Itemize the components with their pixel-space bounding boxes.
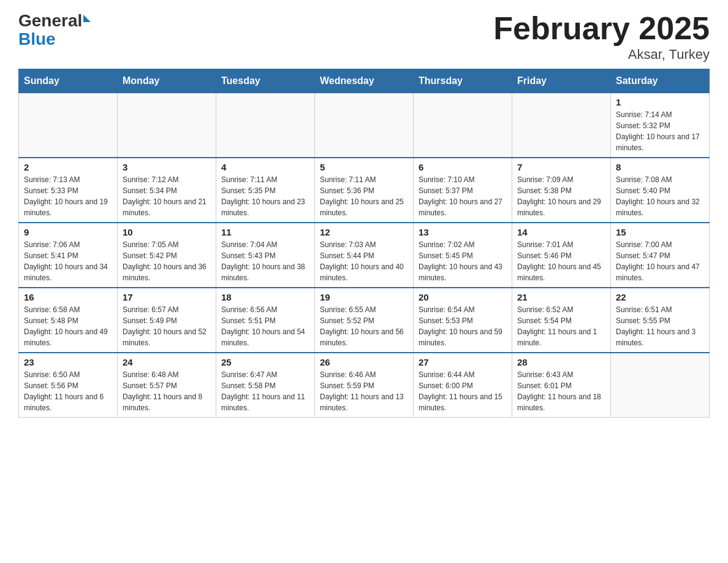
day-info: Sunrise: 7:11 AM Sunset: 5:36 PM Dayligh…: [320, 174, 408, 218]
weekday-header-friday: Friday: [512, 69, 611, 93]
day-info: Sunrise: 6:52 AM Sunset: 5:54 PM Dayligh…: [517, 304, 605, 348]
calendar-cell: 9Sunrise: 7:06 AM Sunset: 5:41 PM Daylig…: [19, 223, 118, 288]
calendar-cell: 27Sunrise: 6:44 AM Sunset: 6:00 PM Dayli…: [414, 353, 512, 418]
day-info: Sunrise: 6:43 AM Sunset: 6:01 PM Dayligh…: [517, 369, 605, 413]
day-info: Sunrise: 7:01 AM Sunset: 5:46 PM Dayligh…: [517, 239, 605, 283]
calendar-cell: 10Sunrise: 7:05 AM Sunset: 5:42 PM Dayli…: [118, 223, 216, 288]
day-number: 14: [517, 227, 605, 237]
calendar-cell: [611, 353, 710, 418]
calendar-cell: 4Sunrise: 7:11 AM Sunset: 5:35 PM Daylig…: [216, 158, 315, 223]
day-number: 28: [517, 357, 605, 367]
day-info: Sunrise: 7:00 AM Sunset: 5:47 PM Dayligh…: [616, 239, 704, 283]
day-info: Sunrise: 7:09 AM Sunset: 5:38 PM Dayligh…: [517, 174, 605, 218]
calendar-table: SundayMondayTuesdayWednesdayThursdayFrid…: [18, 69, 710, 418]
location-label: Aksar, Turkey: [493, 47, 710, 63]
day-info: Sunrise: 7:13 AM Sunset: 5:33 PM Dayligh…: [24, 174, 112, 218]
day-number: 24: [123, 357, 211, 367]
calendar-cell: 25Sunrise: 6:47 AM Sunset: 5:58 PM Dayli…: [216, 353, 315, 418]
weekday-header-thursday: Thursday: [414, 69, 512, 93]
day-info: Sunrise: 6:56 AM Sunset: 5:51 PM Dayligh…: [221, 304, 309, 348]
calendar-cell: 20Sunrise: 6:54 AM Sunset: 5:53 PM Dayli…: [414, 288, 512, 353]
day-number: 13: [419, 227, 507, 237]
calendar-cell: 3Sunrise: 7:12 AM Sunset: 5:34 PM Daylig…: [118, 158, 216, 223]
calendar-cell: 11Sunrise: 7:04 AM Sunset: 5:43 PM Dayli…: [216, 223, 315, 288]
logo-general-text: General: [18, 12, 82, 29]
calendar-cell: [118, 93, 216, 158]
day-info: Sunrise: 7:10 AM Sunset: 5:37 PM Dayligh…: [419, 174, 507, 218]
month-title: February 2025: [493, 12, 710, 44]
day-number: 18: [221, 292, 309, 302]
day-number: 26: [320, 357, 408, 367]
day-number: 2: [24, 162, 112, 172]
day-info: Sunrise: 6:55 AM Sunset: 5:52 PM Dayligh…: [320, 304, 408, 348]
day-info: Sunrise: 6:54 AM Sunset: 5:53 PM Dayligh…: [419, 304, 507, 348]
calendar-week-row: 2Sunrise: 7:13 AM Sunset: 5:33 PM Daylig…: [19, 158, 710, 223]
calendar-cell: 6Sunrise: 7:10 AM Sunset: 5:37 PM Daylig…: [414, 158, 512, 223]
day-info: Sunrise: 6:47 AM Sunset: 5:58 PM Dayligh…: [221, 369, 309, 413]
calendar-cell: 12Sunrise: 7:03 AM Sunset: 5:44 PM Dayli…: [315, 223, 414, 288]
day-info: Sunrise: 6:50 AM Sunset: 5:56 PM Dayligh…: [24, 369, 112, 413]
calendar-cell: [19, 93, 118, 158]
day-number: 5: [320, 162, 408, 172]
calendar-cell: [315, 93, 414, 158]
day-number: 23: [24, 357, 112, 367]
calendar-cell: 5Sunrise: 7:11 AM Sunset: 5:36 PM Daylig…: [315, 158, 414, 223]
day-number: 10: [123, 227, 211, 237]
calendar-cell: 7Sunrise: 7:09 AM Sunset: 5:38 PM Daylig…: [512, 158, 611, 223]
day-info: Sunrise: 6:46 AM Sunset: 5:59 PM Dayligh…: [320, 369, 408, 413]
logo-triangle-icon: [83, 15, 91, 22]
day-number: 8: [616, 162, 704, 172]
calendar-cell: 2Sunrise: 7:13 AM Sunset: 5:33 PM Daylig…: [19, 158, 118, 223]
day-number: 15: [616, 227, 704, 237]
calendar-cell: 26Sunrise: 6:46 AM Sunset: 5:59 PM Dayli…: [315, 353, 414, 418]
day-number: 1: [616, 97, 704, 107]
calendar-cell: 1Sunrise: 7:14 AM Sunset: 5:32 PM Daylig…: [611, 93, 710, 158]
page-header: General Blue February 2025 Aksar, Turkey: [18, 12, 710, 63]
day-info: Sunrise: 6:58 AM Sunset: 5:48 PM Dayligh…: [24, 304, 112, 348]
day-info: Sunrise: 7:11 AM Sunset: 5:35 PM Dayligh…: [221, 174, 309, 218]
day-number: 12: [320, 227, 408, 237]
calendar-cell: 15Sunrise: 7:00 AM Sunset: 5:47 PM Dayli…: [611, 223, 710, 288]
calendar-cell: 16Sunrise: 6:58 AM Sunset: 5:48 PM Dayli…: [19, 288, 118, 353]
day-info: Sunrise: 6:48 AM Sunset: 5:57 PM Dayligh…: [123, 369, 211, 413]
calendar-cell: 23Sunrise: 6:50 AM Sunset: 5:56 PM Dayli…: [19, 353, 118, 418]
calendar-cell: 18Sunrise: 6:56 AM Sunset: 5:51 PM Dayli…: [216, 288, 315, 353]
day-number: 21: [517, 292, 605, 302]
calendar-cell: 24Sunrise: 6:48 AM Sunset: 5:57 PM Dayli…: [118, 353, 216, 418]
day-number: 16: [24, 292, 112, 302]
calendar-week-row: 9Sunrise: 7:06 AM Sunset: 5:41 PM Daylig…: [19, 223, 710, 288]
calendar-cell: 17Sunrise: 6:57 AM Sunset: 5:49 PM Dayli…: [118, 288, 216, 353]
day-number: 19: [320, 292, 408, 302]
weekday-header-row: SundayMondayTuesdayWednesdayThursdayFrid…: [19, 69, 710, 93]
calendar-cell: [414, 93, 512, 158]
calendar-cell: 14Sunrise: 7:01 AM Sunset: 5:46 PM Dayli…: [512, 223, 611, 288]
day-number: 22: [616, 292, 704, 302]
day-info: Sunrise: 7:06 AM Sunset: 5:41 PM Dayligh…: [24, 239, 112, 283]
logo: General Blue: [18, 12, 91, 48]
calendar-cell: 28Sunrise: 6:43 AM Sunset: 6:01 PM Dayli…: [512, 353, 611, 418]
day-number: 11: [221, 227, 309, 237]
day-number: 6: [419, 162, 507, 172]
day-info: Sunrise: 7:08 AM Sunset: 5:40 PM Dayligh…: [616, 174, 704, 218]
day-info: Sunrise: 7:02 AM Sunset: 5:45 PM Dayligh…: [419, 239, 507, 283]
calendar-cell: 13Sunrise: 7:02 AM Sunset: 5:45 PM Dayli…: [414, 223, 512, 288]
calendar-cell: [512, 93, 611, 158]
day-info: Sunrise: 7:04 AM Sunset: 5:43 PM Dayligh…: [221, 239, 309, 283]
logo-blue-text: Blue: [18, 31, 91, 48]
day-info: Sunrise: 7:12 AM Sunset: 5:34 PM Dayligh…: [123, 174, 211, 218]
weekday-header-monday: Monday: [118, 69, 216, 93]
day-info: Sunrise: 6:44 AM Sunset: 6:00 PM Dayligh…: [419, 369, 507, 413]
day-info: Sunrise: 7:14 AM Sunset: 5:32 PM Dayligh…: [616, 109, 704, 153]
day-number: 17: [123, 292, 211, 302]
calendar-cell: 22Sunrise: 6:51 AM Sunset: 5:55 PM Dayli…: [611, 288, 710, 353]
day-number: 27: [419, 357, 507, 367]
calendar-week-row: 16Sunrise: 6:58 AM Sunset: 5:48 PM Dayli…: [19, 288, 710, 353]
calendar-week-row: 23Sunrise: 6:50 AM Sunset: 5:56 PM Dayli…: [19, 353, 710, 418]
day-info: Sunrise: 6:57 AM Sunset: 5:49 PM Dayligh…: [123, 304, 211, 348]
calendar-week-row: 1Sunrise: 7:14 AM Sunset: 5:32 PM Daylig…: [19, 93, 710, 158]
calendar-cell: 8Sunrise: 7:08 AM Sunset: 5:40 PM Daylig…: [611, 158, 710, 223]
day-number: 20: [419, 292, 507, 302]
weekday-header-saturday: Saturday: [611, 69, 710, 93]
day-info: Sunrise: 7:05 AM Sunset: 5:42 PM Dayligh…: [123, 239, 211, 283]
weekday-header-tuesday: Tuesday: [216, 69, 315, 93]
